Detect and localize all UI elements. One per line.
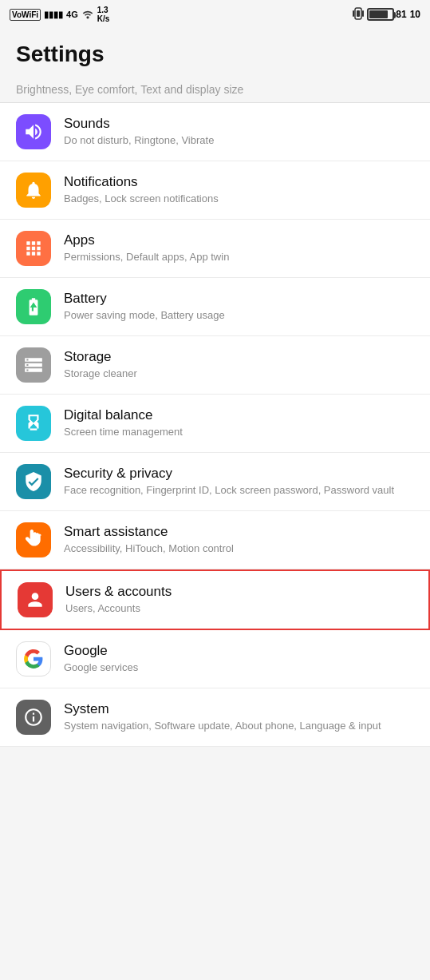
apps-subtitle: Permissions, Default apps, App twin <box>64 251 414 264</box>
network-type: 4G <box>66 10 78 19</box>
vowifi-indicator: VoWiFi <box>10 9 41 21</box>
users-accounts-title: Users & accounts <box>65 584 412 600</box>
notifications-icon <box>23 180 44 200</box>
storage-icon-wrapper <box>16 347 51 383</box>
settings-item-users-accounts[interactable]: Users & accounts Users, Accounts <box>0 569 430 630</box>
sounds-text: Sounds Do not disturb, Ringtone, Vibrate <box>64 116 414 148</box>
apps-icon <box>23 238 44 259</box>
settings-item-notifications[interactable]: Notifications Badges, Lock screen notifi… <box>0 161 430 220</box>
wifi-icon <box>81 8 94 21</box>
apps-text: Apps Permissions, Default apps, App twin <box>64 232 414 264</box>
settings-item-system[interactable]: System System navigation, Software updat… <box>0 688 430 747</box>
digital-balance-text: Digital balance Screen time management <box>64 407 414 439</box>
data-speed: 1.3K/s <box>97 6 110 23</box>
storage-icon <box>23 355 44 375</box>
storage-title: Storage <box>64 349 414 365</box>
users-accounts-text: Users & accounts Users, Accounts <box>65 584 412 616</box>
settings-item-digital-balance[interactable]: Digital balance Screen time management <box>0 395 430 453</box>
svg-rect-2 <box>353 10 354 17</box>
settings-item-storage[interactable]: Storage Storage cleaner <box>0 336 430 395</box>
battery-setting-icon <box>23 296 44 317</box>
google-icon-wrapper <box>16 641 51 676</box>
info-icon <box>23 707 44 728</box>
status-bar: VoWiFi ▮▮▮▮ 4G 1.3K/s 81 10 <box>0 0 430 29</box>
users-accounts-icon-wrapper <box>18 582 53 617</box>
person-icon <box>25 589 45 610</box>
battery-container: 81 <box>367 8 406 21</box>
notifications-subtitle: Badges, Lock screen notifications <box>64 192 414 206</box>
battery-percent: 81 <box>396 9 406 20</box>
sounds-icon <box>23 121 44 142</box>
svg-rect-3 <box>362 10 364 17</box>
security-privacy-text: Security & privacy Face recognition, Fin… <box>64 466 414 498</box>
system-icon-wrapper <box>16 700 51 735</box>
smart-assistance-title: Smart assistance <box>64 524 414 540</box>
sounds-title: Sounds <box>64 116 414 132</box>
svg-rect-1 <box>357 10 360 17</box>
notifications-title: Notifications <box>64 174 414 190</box>
smart-assistance-subtitle: Accessibility, HiTouch, Motion control <box>64 542 414 556</box>
status-left: VoWiFi ▮▮▮▮ 4G 1.3K/s <box>10 6 109 23</box>
settings-list: Sounds Do not disturb, Ringtone, Vibrate… <box>0 103 430 747</box>
signal-strength: ▮▮▮▮ <box>44 10 63 20</box>
digital-balance-subtitle: Screen time management <box>64 426 414 439</box>
battery-title: Battery <box>64 291 414 307</box>
system-text: System System navigation, Software updat… <box>64 701 414 733</box>
storage-subtitle: Storage cleaner <box>64 367 414 381</box>
security-privacy-title: Security & privacy <box>64 466 414 482</box>
digital-balance-icon-wrapper <box>16 406 51 441</box>
page-title: Settings <box>0 29 430 77</box>
settings-item-smart-assistance[interactable]: Smart assistance Accessibility, HiTouch,… <box>0 511 430 569</box>
google-text: Google Google services <box>64 643 414 675</box>
status-right: 81 10 <box>353 6 420 23</box>
google-title: Google <box>64 643 414 659</box>
battery-icon-wrapper <box>16 289 51 324</box>
digital-balance-title: Digital balance <box>64 407 414 423</box>
storage-text: Storage Storage cleaner <box>64 349 414 381</box>
settings-item-apps[interactable]: Apps Permissions, Default apps, App twin <box>0 220 430 278</box>
security-icon-wrapper <box>16 464 51 499</box>
settings-item-sounds[interactable]: Sounds Do not disturb, Ringtone, Vibrate <box>0 103 430 161</box>
settings-item-security-privacy[interactable]: Security & privacy Face recognition, Fin… <box>0 453 430 511</box>
security-privacy-subtitle: Face recognition, Fingerprint ID, Lock s… <box>64 484 414 498</box>
users-accounts-subtitle: Users, Accounts <box>65 602 412 616</box>
google-icon <box>23 649 44 669</box>
system-subtitle: System navigation, Software update, Abou… <box>64 720 414 733</box>
system-title: System <box>64 701 414 717</box>
smart-assistance-icon-wrapper <box>16 522 51 557</box>
smart-assistance-text: Smart assistance Accessibility, HiTouch,… <box>64 524 414 556</box>
sounds-icon-wrapper <box>16 114 51 149</box>
hand-icon <box>23 530 44 550</box>
shield-icon <box>23 471 44 492</box>
notifications-text: Notifications Badges, Lock screen notifi… <box>64 174 414 206</box>
hourglass-icon <box>23 413 44 434</box>
settings-item-google[interactable]: Google Google services <box>0 630 430 688</box>
vibrate-icon <box>353 6 364 23</box>
apps-icon-wrapper <box>16 231 51 266</box>
sounds-subtitle: Do not disturb, Ringtone, Vibrate <box>64 134 414 148</box>
settings-item-battery[interactable]: Battery Power saving mode, Battery usage <box>0 278 430 336</box>
battery-subtitle: Power saving mode, Battery usage <box>64 309 414 323</box>
battery-text: Battery Power saving mode, Battery usage <box>64 291 414 323</box>
signal-bars-right: 10 <box>410 9 420 20</box>
google-subtitle: Google services <box>64 661 414 675</box>
truncated-display-item: Brightness, Eye comfort, Text and displa… <box>0 77 430 103</box>
apps-title: Apps <box>64 232 414 248</box>
notifications-icon-wrapper <box>16 173 51 208</box>
